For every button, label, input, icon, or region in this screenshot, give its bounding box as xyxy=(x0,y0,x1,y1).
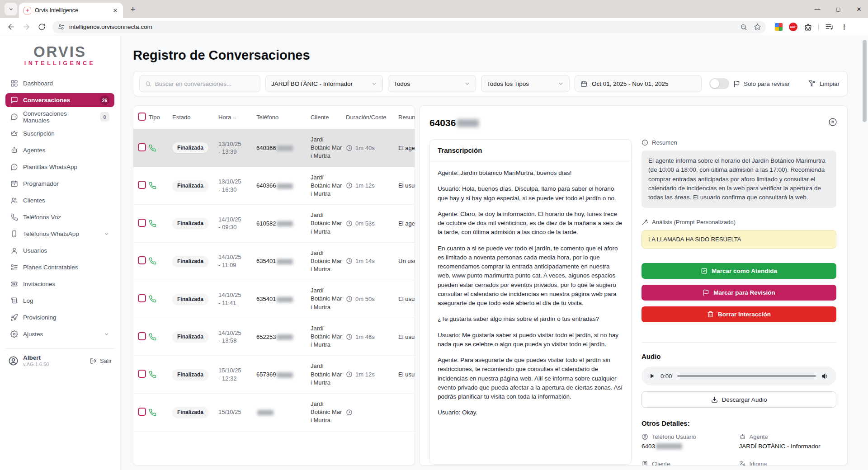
audio-seek-slider[interactable] xyxy=(677,375,816,377)
browser-menu-icon[interactable]: ⋮ xyxy=(841,23,848,31)
tab-search-button[interactable] xyxy=(5,3,17,15)
sidebar-item-planes-contratables[interactable]: Planes Contratables xyxy=(5,260,114,274)
search-input[interactable] xyxy=(155,80,255,87)
page-scrollbar[interactable] xyxy=(863,40,867,122)
col-telefono[interactable]: Teléfono xyxy=(255,106,309,129)
agent-select[interactable]: JARDÍ BOTÀNIC - Informador xyxy=(265,75,383,92)
sidebar-item-telefonos-whatsapp[interactable]: Teléfonos WhatsApp xyxy=(5,227,114,241)
table-row[interactable]: Finalizada 14/10/25- 09:30 610582 Jardí … xyxy=(133,205,415,243)
col-duracion[interactable]: Duración/Coste xyxy=(344,106,396,129)
sidebar-item-telefonos-voz[interactable]: Teléfonos Voz xyxy=(5,210,114,224)
status-badge: Finalizada xyxy=(172,218,208,229)
sidebar-item-programador[interactable]: Programador xyxy=(5,177,114,191)
type-select[interactable]: Todos los Tipos xyxy=(481,75,570,92)
table-row[interactable]: Finalizada 14/10/25- 13:58 652253 Jardí … xyxy=(133,318,415,356)
clock-icon xyxy=(346,371,353,378)
window-close-icon[interactable]: ✕ xyxy=(854,6,863,13)
row-checkbox[interactable] xyxy=(138,256,146,264)
reading-list-icon[interactable] xyxy=(825,23,834,31)
bookmark-star-icon[interactable] xyxy=(754,23,761,31)
url-bar[interactable]: intelligence.orvisconnecta.com xyxy=(52,21,766,33)
app-version: v.AG.1.6.50 xyxy=(23,362,49,367)
table-row[interactable]: Finalizada 13/10/25- 16:30 640366 Jardí … xyxy=(133,167,415,205)
col-hora[interactable]: Hora ↑↓ xyxy=(217,106,255,129)
download-audio-button[interactable]: Descargar Audio xyxy=(642,391,836,408)
sidebar-item-ajustes[interactable]: Ajustes xyxy=(5,327,114,341)
sidebar-item-conversaciones[interactable]: Conversaciones 26 xyxy=(5,93,114,107)
transcript-paragraph: Usuario: Hola, buenos días. Disculpa, ll… xyxy=(438,184,623,203)
row-checkbox[interactable] xyxy=(138,219,146,227)
sidebar-item-dashboard[interactable]: Dashboard xyxy=(5,76,114,90)
sidebar-item-provisioning[interactable]: Provisioning xyxy=(5,310,114,324)
back-icon[interactable] xyxy=(5,21,17,33)
logout-button[interactable]: Salir xyxy=(90,357,112,364)
volume-icon[interactable] xyxy=(821,372,829,380)
google-extension-icon[interactable] xyxy=(775,23,783,31)
table-row[interactable]: Finalizada 14/10/25- 11:09 635401 Jardí … xyxy=(133,242,415,280)
zoom-icon[interactable] xyxy=(740,24,747,31)
table-row[interactable]: Finalizada 15/10/25- 12:32 657369 Jardí … xyxy=(133,356,415,394)
orvis-logo: ORVIS INTELLIGENCE xyxy=(5,44,114,66)
rocket-icon xyxy=(10,314,18,321)
select-all-checkbox[interactable] xyxy=(138,113,146,121)
new-tab-button[interactable]: + xyxy=(127,3,139,16)
mark-review-button[interactable]: Marcar para Revisión xyxy=(642,285,836,301)
forward-icon[interactable] xyxy=(20,21,33,33)
table-row[interactable]: Finalizada 15/10/25 Jardí Botànic Mar i … xyxy=(133,393,415,431)
browser-tab[interactable]: Orvis Intelligence ✕ xyxy=(19,3,123,18)
call-type-icon xyxy=(149,333,156,341)
reload-icon[interactable] xyxy=(35,21,48,33)
sidebar-item-clientes[interactable]: Clientes xyxy=(5,193,114,207)
sidebar-item-agentes[interactable]: Agentes xyxy=(5,143,114,157)
call-type-icon xyxy=(149,220,156,227)
table-row[interactable]: Finalizada 13/10/25- 13:39 640366 Jardí … xyxy=(133,129,415,167)
col-cliente[interactable]: Cliente xyxy=(309,106,344,129)
sidebar-item-conversaciones-manuales[interactable]: Conversaciones Manuales 0 xyxy=(5,110,114,124)
row-checkbox[interactable] xyxy=(138,143,146,151)
row-checkbox[interactable] xyxy=(138,370,146,378)
client-name: Jardí Botànic Mar i Murtra xyxy=(309,167,344,205)
user-name: Albert xyxy=(23,355,49,362)
play-icon[interactable] xyxy=(649,373,655,379)
review-only-toggle[interactable] xyxy=(709,78,729,89)
summary-snippet xyxy=(396,393,415,431)
close-detail-icon[interactable] xyxy=(828,118,837,127)
conversation-detail-panel: 64036 Transcripción Agente: Jardín botàn… xyxy=(419,105,848,466)
browser-tab-strip: Orvis Intelligence ✕ + — ▢ ✕ xyxy=(0,0,868,18)
row-checkbox[interactable] xyxy=(138,181,146,189)
col-estado[interactable]: Estado xyxy=(170,106,217,129)
redacted-phone-digits xyxy=(277,372,293,378)
audio-player[interactable]: 0:00 xyxy=(642,367,836,385)
row-checkbox[interactable] xyxy=(138,408,146,416)
clock-icon xyxy=(346,409,353,416)
transcript-title: Transcripción xyxy=(430,140,631,161)
site-settings-icon[interactable] xyxy=(58,24,65,30)
sidebar-item-plantillas-whatsapp[interactable]: Plantillas WhatsApp xyxy=(5,160,114,174)
transcript-text[interactable]: Agente: Jardín botànico MariMurtra, buen… xyxy=(430,161,631,432)
sidebar-item-invitaciones[interactable]: Invitaciones xyxy=(5,277,114,291)
chevron-down-icon xyxy=(104,331,109,337)
date-range-picker[interactable]: Oct 01, 2025 - Nov 01, 2025 xyxy=(575,75,702,92)
tab-close-icon[interactable]: ✕ xyxy=(111,6,119,14)
transcript-paragraph: En cuanto a si se puede ver todo el jard… xyxy=(438,244,623,308)
call-type-icon xyxy=(149,409,156,416)
col-resumen[interactable]: Resumen xyxy=(396,106,415,129)
sidebar-item-suscripcion[interactable]: Suscripción xyxy=(5,127,114,141)
table-row[interactable]: Finalizada 14/10/25- 11:41 635401 Jardí … xyxy=(133,280,415,318)
window-maximize-icon[interactable]: ▢ xyxy=(834,6,843,12)
sort-icon[interactable]: ↑↓ xyxy=(233,115,236,120)
window-minimize-icon[interactable]: — xyxy=(813,6,822,13)
col-tipo[interactable]: Tipo xyxy=(147,106,170,129)
sidebar-item-usuarios[interactable]: Usuarios xyxy=(5,244,114,258)
delete-interaction-button[interactable]: Borrar Interacción xyxy=(642,306,836,322)
mark-attended-button[interactable]: Marcar como Atendida xyxy=(642,263,836,279)
row-checkbox[interactable] xyxy=(138,294,146,302)
status-select[interactable]: Todos xyxy=(388,75,476,92)
logo-subtext: INTELLIGENCE xyxy=(5,60,114,66)
clear-filters-button[interactable]: Limpiar xyxy=(808,80,841,87)
row-checkbox[interactable] xyxy=(138,332,146,340)
sidebar-item-log[interactable]: Log xyxy=(5,294,114,308)
redacted-phone-digits xyxy=(257,410,274,415)
adblock-plus-icon[interactable]: ABP xyxy=(789,23,797,31)
extensions-puzzle-icon[interactable] xyxy=(804,23,812,31)
